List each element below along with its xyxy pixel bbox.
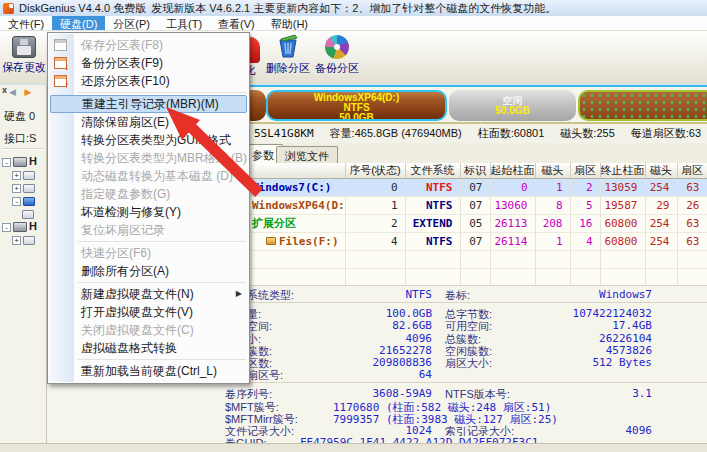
- tree-node-partition[interactable]: -: [2, 194, 46, 207]
- tree-node-disk1[interactable]: -H: [2, 220, 46, 233]
- save-icon: [12, 36, 36, 58]
- col-end-sector[interactable]: 扇区: [677, 163, 707, 179]
- sidebar: x ◀ ▶ 硬盘 0 接口:S -H + + - -H: [0, 85, 47, 452]
- app-icon: [3, 3, 14, 14]
- partition-icon: [23, 184, 35, 193]
- detail-row: 文件记录大小:1024 索引记录大小:4096: [47, 424, 707, 436]
- partition-table-restore-icon: ↑: [54, 75, 67, 87]
- disk-capacity: 容量:465.8GB (476940MB): [330, 126, 462, 141]
- backup-partition-button[interactable]: 备份分区: [312, 33, 362, 83]
- sidebar-close-button[interactable]: x: [2, 85, 7, 95]
- app-title: DiskGenius V4.4.0 免费版: [19, 1, 146, 16]
- folder-icon: [266, 237, 276, 245]
- update-notice: 发现新版本 V4.6.2.1 主要更新内容如下：2、增加了针对整个磁盘的文件恢复…: [151, 1, 556, 16]
- delete-partition-button[interactable]: 删除分区: [265, 33, 311, 83]
- pie-backup-icon: [325, 35, 349, 59]
- disk-selector-label[interactable]: 硬盘 0: [4, 109, 35, 124]
- partition-icon: [23, 236, 35, 245]
- menubar-view[interactable]: 查看(V): [210, 16, 263, 30]
- disk-cylinders: 柱面数:60801: [478, 126, 545, 141]
- tree-node-partition[interactable]: +: [2, 181, 46, 194]
- menu-item-convert-to-mbr[interactable]: 转换分区表类型为MBR格式 (B): [48, 149, 249, 167]
- collapse-icon[interactable]: -: [2, 223, 11, 232]
- menu-bar: 文件(F) 硬盘(D) 分区(P) 工具(T) 查看(V) 帮助(H): [0, 16, 707, 31]
- tree-node-partition[interactable]: +: [2, 233, 46, 246]
- partition-block-free[interactable]: 空闲 50.0GB: [449, 90, 576, 121]
- menu-item-save-partition-table[interactable]: 保存分区表(F8): [48, 36, 249, 54]
- partition-icon: [23, 197, 35, 206]
- menu-item-specify-disk-params[interactable]: 指定硬盘参数(G): [48, 185, 249, 203]
- expand-icon[interactable]: +: [12, 236, 21, 245]
- tree-node-subitem[interactable]: [2, 207, 46, 220]
- col-end-head[interactable]: 磁头: [645, 163, 677, 179]
- menu-item-dynamic-to-basic[interactable]: 动态磁盘转换为基本磁盘 (D): [48, 167, 249, 185]
- disk-model: 5SL41G8KM: [254, 127, 314, 140]
- menubar-tools[interactable]: 工具(T): [158, 16, 210, 30]
- submenu-arrow-icon: ▶: [236, 285, 242, 303]
- nav-forward-icon[interactable]: ▶: [24, 87, 34, 97]
- col-start-head[interactable]: 磁头: [535, 163, 570, 179]
- partition-block-extended[interactable]: [578, 90, 707, 121]
- disk-dropdown-menu: 保存分区表(F8) ↓ 备份分区表(F9) ↑ 还原分区表(F10) 重建主引导…: [47, 32, 250, 384]
- nav-back-icon[interactable]: ◀: [9, 87, 19, 97]
- partition-icon: [23, 171, 35, 180]
- sidebar-separator: [2, 148, 44, 150]
- menu-item-close-virtual-disk[interactable]: 关闭虚拟硬盘文件(C): [48, 321, 249, 339]
- menu-item-delete-all-partitions[interactable]: 删除所有分区(A): [48, 262, 249, 280]
- menu-item-quick-partition[interactable]: 快速分区(F6): [48, 244, 249, 262]
- collapse-icon[interactable]: -: [12, 197, 21, 206]
- title-bar: DiskGenius V4.4.0 免费版 发现新版本 V4.6.2.1 主要更…: [0, 0, 707, 16]
- detail-row: $MFTMirr簇号:7999357 (柱面:3983 磁头:127 扇区:25…: [47, 412, 707, 424]
- menu-item-rebuild-mbr[interactable]: 重建主引导记录(MBR)(M): [50, 95, 247, 113]
- menu-item-reset-bad-sectors[interactable]: 复位坏扇区记录: [48, 221, 249, 239]
- tab-browse-files[interactable]: 浏览文件: [276, 146, 338, 163]
- detail-row: $MFT簇号:1170680 (柱面:582 磁头:248 扇区:51): [47, 400, 707, 412]
- menu-item-open-virtual-disk[interactable]: 打开虚拟硬盘文件(V): [48, 303, 249, 321]
- partition-block-windowsxp64[interactable]: WindowsXP64(D:) NTFS 50.0GB: [266, 90, 447, 121]
- expand-icon[interactable]: +: [12, 171, 21, 180]
- disk-sectors-per-track: 每道扇区数:63: [631, 126, 701, 141]
- menu-item-convert-to-guid[interactable]: 转换分区表类型为GUID格式: [48, 131, 249, 149]
- interface-label: 接口:S: [4, 131, 36, 146]
- col-start-sector[interactable]: 扇区: [570, 163, 600, 179]
- expand-icon[interactable]: +: [12, 184, 21, 193]
- detail-row: 卷序列号:3608-59A9 NTFS版本号:3.1: [47, 387, 707, 399]
- disk-heads: 磁头数:255: [560, 126, 614, 141]
- partition-icon: [22, 210, 34, 219]
- col-seq[interactable]: 序号(状态): [345, 163, 405, 179]
- partition-table-backup-icon: ↓: [54, 57, 67, 69]
- trash-icon: [275, 33, 301, 59]
- collapse-icon[interactable]: -: [2, 158, 11, 167]
- menubar-file[interactable]: 文件(F): [0, 16, 52, 30]
- disk-icon: [13, 157, 27, 167]
- save-changes-button[interactable]: 保存更改: [3, 33, 45, 83]
- menu-item-virtual-disk-convert[interactable]: 虚拟磁盘格式转换: [48, 339, 249, 357]
- menubar-help[interactable]: 帮助(H): [263, 16, 316, 30]
- menu-item-backup-partition-table[interactable]: ↓ 备份分区表(F9): [48, 54, 249, 72]
- col-start-cyl[interactable]: 起始柱面: [490, 163, 535, 179]
- menu-item-restore-partition-table[interactable]: ↑ 还原分区表(F10): [48, 72, 249, 90]
- status-bar: [0, 443, 707, 452]
- menu-item-new-virtual-disk[interactable]: 新建虚拟硬盘文件(N) ▶: [48, 285, 249, 303]
- diskgenius-window: DiskGenius V4.4.0 免费版 发现新版本 V4.6.2.1 主要更…: [0, 0, 707, 452]
- col-id[interactable]: 标识: [460, 163, 490, 179]
- tree-node-partition[interactable]: +: [2, 168, 46, 181]
- menubar-disk[interactable]: 硬盘(D): [52, 16, 105, 30]
- menu-item-bad-track-check[interactable]: 坏道检测与修复(Y): [48, 203, 249, 221]
- menu-item-clear-reserved-sectors[interactable]: 清除保留扇区(E): [48, 113, 249, 131]
- menubar-partition[interactable]: 分区(P): [105, 16, 158, 30]
- menu-item-reload-current-disk[interactable]: 重新加载当前硬盘(Ctrl_L): [48, 362, 249, 380]
- tree-node-disk0[interactable]: -H: [2, 155, 46, 168]
- disk-tree: -H + + - -H +: [2, 155, 46, 246]
- col-filesystem[interactable]: 文件系统: [405, 163, 460, 179]
- disk-icon: [13, 222, 27, 232]
- col-end-cyl[interactable]: 终止柱面: [600, 163, 645, 179]
- partition-table-icon: [54, 39, 67, 51]
